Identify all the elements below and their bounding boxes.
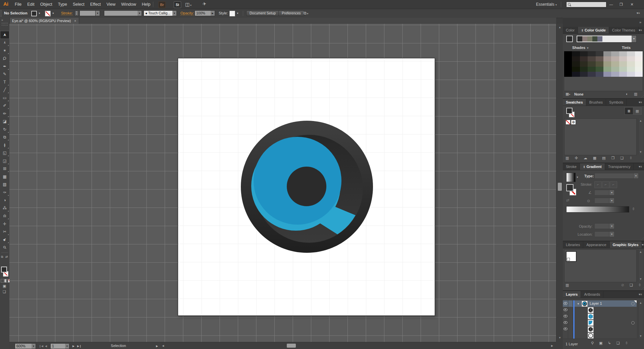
menu-effect[interactable]: Effect (90, 0, 101, 9)
panel-resize-grip[interactable]: ⋰ (641, 237, 643, 240)
panel-menu-icon[interactable]: ▾≡ (639, 291, 644, 298)
zoom-level-dropdown[interactable]: ▼ (32, 343, 36, 349)
color-variation-swatch[interactable] (572, 67, 580, 72)
status-expand-icon[interactable]: ▶ (156, 345, 158, 348)
color-variation-swatch[interactable] (611, 61, 619, 66)
panel-fill-swatch[interactable] (566, 108, 573, 114)
fill-color-swatch[interactable] (31, 11, 37, 16)
lock-cell[interactable] (568, 319, 573, 326)
lasso-tool[interactable]: Ϙ (0, 55, 9, 63)
limit-colors-icon[interactable]: ▦▾ (566, 92, 570, 96)
color-variation-swatch[interactable] (603, 56, 611, 61)
menu-file[interactable]: File (15, 0, 21, 9)
save-to-swatches-icon[interactable]: ▥ (634, 92, 637, 96)
layer-thumbnail[interactable] (582, 301, 588, 307)
tab-brushes[interactable]: Brushes (586, 99, 606, 106)
target-icon[interactable] (631, 321, 635, 325)
color-variation-swatch[interactable] (635, 51, 643, 56)
stroke-within-button[interactable]: ⌐ (594, 181, 602, 188)
lock-cell[interactable] (568, 300, 573, 306)
scale-tool[interactable]: ⧉ (0, 133, 9, 141)
color-variation-swatch[interactable] (580, 56, 588, 61)
color-variation-swatch[interactable] (635, 72, 643, 77)
new-graphic-style-icon[interactable]: ❏ (630, 283, 633, 287)
layer-row[interactable]: ▼Layer 1 (563, 300, 637, 307)
harmony-chip-3[interactable] (592, 36, 597, 42)
fill-dropdown-icon[interactable]: ▼ (38, 12, 41, 14)
mesh-tool[interactable]: ▦ (0, 173, 9, 181)
scroll-up-icon[interactable]: ▲ (639, 301, 642, 304)
window-close-button[interactable]: ✕ (629, 0, 635, 9)
visibility-cell[interactable] (563, 313, 568, 319)
color-variation-swatch[interactable] (580, 51, 588, 56)
zoom-level-field[interactable]: 600% (15, 343, 32, 349)
scroll-down-icon[interactable]: ▼ (558, 336, 561, 339)
creative-cloud-icon[interactable]: ☁ (584, 156, 587, 160)
menu-object[interactable]: Object (40, 0, 52, 9)
stroke-weight-dropdown[interactable]: ▼ (96, 10, 100, 16)
line-segment-tool[interactable]: ╱ (0, 86, 9, 94)
curvature-tool[interactable]: ✎ (0, 70, 9, 78)
eye-icon[interactable] (564, 315, 568, 317)
gradient-mode-button[interactable] (4, 279, 8, 283)
show-swatch-kinds-icon[interactable]: ▦ (593, 156, 596, 160)
new-layer-icon[interactable]: ❏ (616, 341, 620, 345)
color-variation-swatch[interactable] (596, 56, 603, 61)
swatch-libraries-icon[interactable]: ▥ (566, 156, 569, 160)
color-variation-swatch[interactable] (635, 67, 643, 72)
layer-name[interactable]: Layer 1 (590, 300, 602, 307)
tab-swatches[interactable]: Swatches (563, 99, 586, 106)
window-minimize-button[interactable]: — (608, 0, 614, 9)
horizontal-scrollbar[interactable]: ◀ ▶ (160, 342, 556, 349)
gradient-thumbnail[interactable] (566, 173, 576, 182)
tab-symbols[interactable]: Symbols (606, 99, 627, 106)
color-variation-swatch[interactable] (596, 67, 603, 72)
control-panel-menu-icon[interactable]: ▾≡ (637, 11, 640, 15)
eye-icon[interactable] (564, 302, 568, 305)
next-artboard-button[interactable]: ▶ (72, 345, 74, 348)
slice-tool[interactable]: ✂ (0, 228, 9, 236)
scroll-right-icon[interactable]: ▶ (551, 344, 553, 347)
base-color-swatch[interactable] (566, 36, 573, 42)
paintbrush-tool[interactable]: ✐ (0, 102, 9, 110)
direct-selection-tool[interactable]: ➣ (0, 39, 9, 47)
pen-tool[interactable]: ✒ (0, 62, 9, 70)
harmony-chip-4[interactable] (597, 36, 602, 42)
document-tab[interactable]: Eye.ai* @ 600% (RGB/GPU Preview) × (9, 18, 79, 24)
stock-button[interactable]: St (174, 1, 181, 8)
logo-pupil-circle[interactable] (287, 167, 326, 206)
layer-object-row[interactable] (563, 319, 637, 326)
color-variation-swatch[interactable] (572, 51, 580, 56)
scroll-up-icon[interactable]: ▲ (639, 250, 642, 253)
make-clipping-mask-icon[interactable]: ▣ (599, 341, 602, 345)
target-icon[interactable] (590, 308, 594, 312)
color-variation-swatch[interactable] (564, 67, 572, 72)
lock-cell[interactable] (568, 307, 573, 313)
panel-menu-icon[interactable]: ▾≡ (639, 27, 644, 34)
style-dropdown-icon[interactable]: ▼ (236, 12, 239, 14)
color-variation-swatch[interactable] (635, 61, 643, 66)
color-variation-swatch[interactable] (572, 56, 580, 61)
new-swatch-icon[interactable]: ❏ (620, 156, 624, 160)
registration-swatch[interactable]: ⊕ (571, 120, 576, 125)
harmony-rule-strip[interactable]: ▼ (576, 35, 637, 43)
brush-definition-dropdown[interactable]: ▼ (172, 10, 177, 16)
color-variation-swatch[interactable] (611, 51, 619, 56)
color-variation-swatch[interactable] (580, 72, 588, 77)
artboard-number-dropdown[interactable]: ▼ (65, 343, 69, 349)
menu-type[interactable]: Type (58, 0, 67, 9)
stroke-along-button[interactable]: ⌐ (602, 181, 609, 188)
layer-object-row[interactable] (563, 313, 637, 320)
rectangle-tool[interactable]: ▭ (0, 94, 9, 102)
panel-resize-grip[interactable]: ⋰ (641, 159, 643, 162)
layers-scrollbar[interactable]: ▲ ▼ (638, 300, 643, 339)
arrange-documents-icon[interactable]: ◫ ▾ (185, 2, 192, 7)
visibility-cell[interactable] (563, 307, 568, 313)
color-variation-swatch[interactable] (619, 51, 627, 56)
color-variation-swatch[interactable] (619, 56, 627, 61)
eye-icon[interactable] (564, 308, 568, 311)
magic-wand-tool[interactable]: ✶ (0, 47, 9, 55)
document-setup-button[interactable]: Document Setup (246, 10, 279, 16)
color-variation-swatch[interactable] (596, 72, 603, 77)
color-variation-swatch[interactable] (580, 67, 588, 72)
